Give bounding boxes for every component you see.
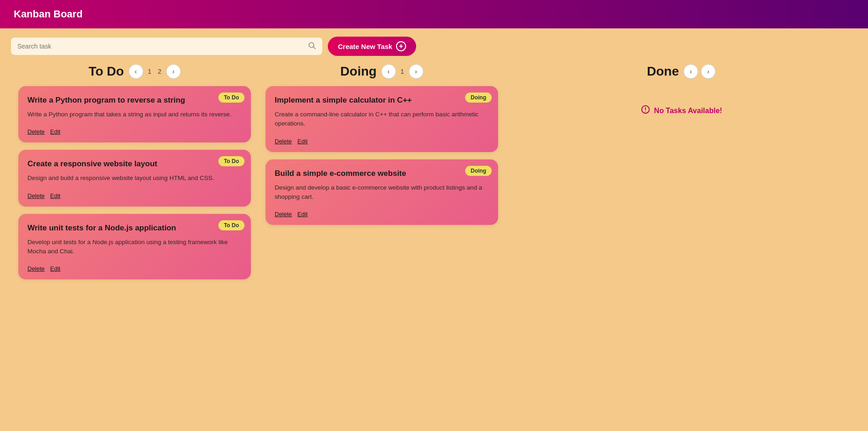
create-new-task-button[interactable]: Create New Task + [328, 37, 416, 56]
doing-card-2-edit-button[interactable]: Edit [298, 211, 308, 218]
todo-card-2-desc: Design and build a responsive website la… [27, 174, 242, 183]
todo-card-3: To Do Write unit tests for a Node.js app… [18, 214, 251, 280]
todo-column-title: To Do [88, 64, 124, 79]
doing-card-2-title: Build a simple e-commerce website [275, 169, 489, 179]
todo-card-1: To Do Write a Python program to reverse … [18, 86, 251, 142]
kanban-board: To Do ‹ 1 2 › To Do Write a Python progr… [0, 64, 868, 298]
no-tasks-text: No Tasks Available! [654, 107, 722, 115]
svg-point-4 [645, 111, 646, 111]
doing-prev-page-button[interactable]: ‹ [381, 64, 396, 79]
todo-card-3-actions: Delete Edit [27, 265, 242, 272]
app-header: Kanban Board [0, 0, 868, 28]
todo-card-1-title: Write a Python program to reverse a stri… [27, 95, 242, 105]
doing-card-1-edit-button[interactable]: Edit [298, 138, 308, 145]
todo-badge-2: To Do [218, 156, 244, 166]
todo-pagination: ‹ 1 2 › [129, 64, 181, 79]
doing-card-1-title: Implement a simple calculator in C++ [275, 95, 489, 105]
doing-page-1[interactable]: 1 [399, 68, 406, 75]
todo-column: To Do ‹ 1 2 › To Do Write a Python progr… [11, 64, 258, 287]
doing-column-title: Doing [340, 64, 376, 79]
search-input[interactable] [17, 43, 303, 50]
todo-card-3-edit-button[interactable]: Edit [50, 265, 60, 272]
todo-card-2: To Do Create a responsive website layout… [18, 150, 251, 206]
todo-page-1[interactable]: 1 [146, 68, 153, 75]
todo-badge-1: To Do [218, 93, 244, 103]
no-tasks-message: No Tasks Available! [513, 86, 850, 135]
no-tasks-icon [640, 104, 651, 117]
plus-icon: + [396, 41, 406, 51]
search-wrapper [11, 38, 322, 55]
doing-card-2-actions: Delete Edit [275, 211, 489, 218]
doing-card-1-delete-button[interactable]: Delete [275, 138, 292, 145]
done-column-title: Done [647, 64, 679, 79]
todo-card-1-actions: Delete Edit [27, 128, 242, 135]
done-column-header: Done ‹ › [513, 64, 850, 79]
doing-pagination: ‹ 1 › [381, 64, 423, 79]
done-column: Done ‹ › No Tasks Available! [505, 64, 857, 135]
todo-card-1-edit-button[interactable]: Edit [50, 128, 60, 135]
create-button-label: Create New Task [338, 43, 392, 50]
done-pagination: ‹ › [684, 64, 716, 79]
todo-card-1-desc: Write a Python program that takes a stri… [27, 110, 242, 119]
doing-badge-1: Doing [465, 93, 492, 103]
doing-card-1-actions: Delete Edit [275, 138, 489, 145]
todo-card-2-edit-button[interactable]: Edit [50, 192, 60, 199]
doing-card-2: Doing Build a simple e-commerce website … [266, 159, 498, 225]
doing-card-2-desc: Design and develop a basic e-commerce we… [275, 183, 489, 202]
doing-column-header: Doing ‹ 1 › [266, 64, 498, 79]
doing-card-2-delete-button[interactable]: Delete [275, 211, 292, 218]
doing-card-1: Doing Implement a simple calculator in C… [266, 86, 498, 152]
todo-card-3-title: Write unit tests for a Node.js applicati… [27, 223, 242, 233]
search-icon [308, 41, 316, 51]
todo-page-2[interactable]: 2 [156, 68, 163, 75]
toolbar: Create New Task + [0, 28, 868, 64]
todo-card-3-desc: Develop unit tests for a Node.js applica… [27, 238, 242, 256]
todo-column-header: To Do ‹ 1 2 › [18, 64, 251, 79]
todo-next-page-button[interactable]: › [166, 64, 181, 79]
todo-card-1-delete-button[interactable]: Delete [27, 128, 45, 135]
todo-card-2-actions: Delete Edit [27, 192, 242, 199]
doing-next-page-button[interactable]: › [409, 64, 423, 79]
doing-column: Doing ‹ 1 › Doing Implement a simple cal… [258, 64, 505, 232]
app-title: Kanban Board [14, 8, 82, 20]
done-next-page-button[interactable]: › [701, 64, 716, 79]
todo-badge-3: To Do [218, 220, 244, 230]
todo-prev-page-button[interactable]: ‹ [129, 64, 143, 79]
todo-card-3-delete-button[interactable]: Delete [27, 265, 45, 272]
todo-card-2-delete-button[interactable]: Delete [27, 192, 45, 199]
todo-card-2-title: Create a responsive website layout [27, 159, 242, 169]
done-prev-page-button[interactable]: ‹ [684, 64, 698, 79]
svg-line-1 [313, 47, 315, 49]
doing-badge-2: Doing [465, 166, 492, 176]
doing-card-1-desc: Create a command-line calculator in C++ … [275, 110, 489, 129]
